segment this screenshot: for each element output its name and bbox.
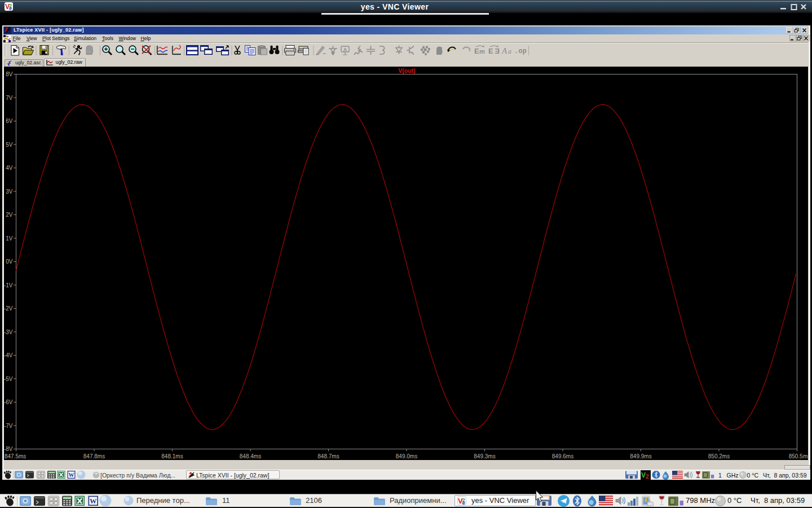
svg-text:-1V: -1V: [4, 282, 13, 288]
svg-text:849.0ms: 849.0ms: [396, 453, 417, 459]
svg-text:849.9ms: 849.9ms: [630, 453, 651, 459]
svg-text:m: m: [479, 48, 485, 55]
svg-text:-2V: -2V: [4, 305, 13, 312]
svg-text:.op: .op: [514, 47, 527, 55]
svg-text:W: W: [69, 472, 74, 478]
svg-text:847.5ms: 847.5ms: [5, 453, 26, 459]
svg-text:850.2ms: 850.2ms: [708, 453, 730, 459]
svg-text:848.7ms: 848.7ms: [317, 453, 339, 459]
svg-text:E: E: [495, 47, 500, 55]
svg-text:7V: 7V: [6, 95, 13, 101]
svg-text:-6V: -6V: [4, 399, 13, 405]
svg-text:849.3ms: 849.3ms: [474, 453, 495, 459]
svg-text:4V: 4V: [6, 165, 13, 171]
svg-text:0V: 0V: [6, 259, 13, 265]
svg-text:848.1ms: 848.1ms: [161, 453, 183, 459]
svg-text:-5V: -5V: [4, 376, 13, 382]
svg-text:A: A: [343, 47, 347, 52]
svg-text:850.5ms: 850.5ms: [789, 453, 808, 459]
svg-text:-4V: -4V: [4, 352, 13, 358]
svg-text:1V: 1V: [6, 235, 13, 242]
svg-text:2V: 2V: [6, 212, 13, 218]
svg-text:848.4ms: 848.4ms: [240, 453, 261, 459]
svg-text:A: A: [501, 46, 508, 55]
svg-text:2: 2: [646, 474, 649, 480]
svg-text:e: e: [462, 500, 465, 505]
svg-text:V: V: [641, 471, 646, 479]
svg-text:-7V: -7V: [4, 423, 13, 429]
svg-text:W: W: [90, 497, 97, 505]
svg-text:-8V: -8V: [4, 446, 13, 452]
svg-text:E: E: [474, 47, 479, 55]
svg-text:3V: 3V: [6, 189, 13, 195]
svg-text:8V: 8V: [6, 71, 13, 77]
svg-text:V(out): V(out): [398, 67, 415, 74]
svg-text:-3V: -3V: [4, 329, 13, 335]
svg-text:6V: 6V: [6, 118, 13, 124]
svg-text:E: E: [488, 47, 493, 55]
svg-text:849.6ms: 849.6ms: [552, 453, 573, 459]
svg-text:5V: 5V: [6, 142, 13, 148]
svg-text:a: a: [508, 47, 511, 55]
svg-text:e: e: [9, 6, 12, 11]
svg-text:847.8ms: 847.8ms: [83, 453, 105, 459]
